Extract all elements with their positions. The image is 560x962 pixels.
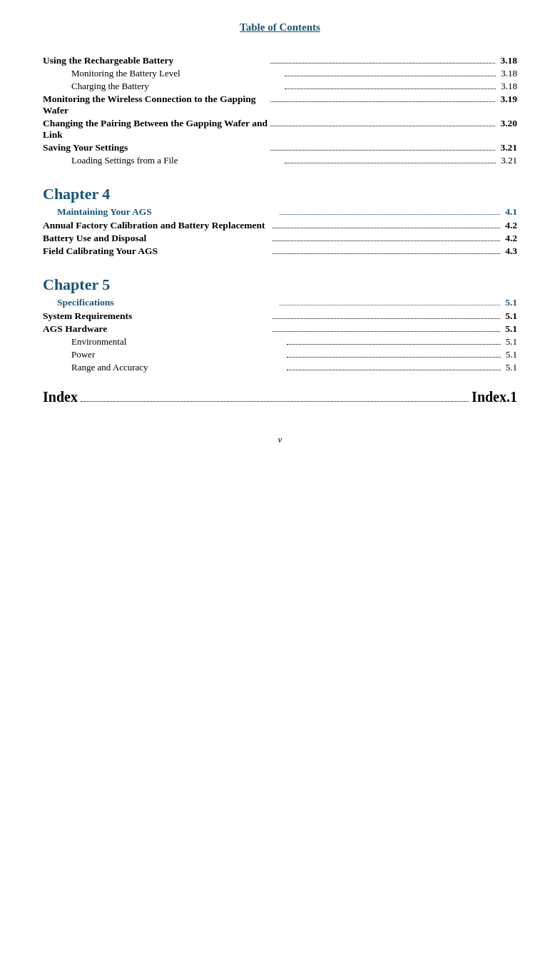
toc-entry-text: Annual Factory Calibration and Battery R… (43, 220, 270, 231)
toc-entry-range-accuracy: Range and Accuracy 5.1 (43, 362, 517, 373)
toc-dots (285, 163, 496, 163)
toc-entry-ags-hardware: AGS Hardware 5.1 (43, 323, 517, 335)
index-dots (81, 401, 469, 402)
toc-entry-page: 5.1 (503, 349, 517, 360)
toc-entry-page: 3.18 (498, 68, 517, 79)
toc-entry-page: 3.21 (498, 155, 517, 166)
page-footer: v (43, 434, 517, 445)
toc-entry-power: Power 5.1 (43, 349, 517, 360)
toc-dots (285, 88, 496, 89)
chapter4-heading: Chapter 4 (43, 185, 517, 203)
toc-dots (270, 63, 496, 64)
section-heading-text: Specifications (57, 297, 278, 308)
section-heading-page: 4.1 (502, 206, 517, 218)
toc-entry-text: Loading Settings from a File (71, 155, 282, 166)
section-heading-dots (280, 305, 500, 305)
toc-dots (273, 228, 500, 228)
toc-entry-changing-pairing: Changing the Pairing Between the Gapping… (43, 118, 517, 141)
toc-entry-page: 4.2 (502, 233, 517, 244)
toc-dots (285, 76, 496, 76)
toc-entry-text: Field Calibrating Your AGS (43, 245, 270, 257)
toc-entry-text: Environmental (71, 336, 285, 348)
toc-entry-page: 5.1 (502, 323, 517, 335)
toc-dots (270, 101, 496, 102)
toc-dots (273, 241, 500, 241)
toc-entry-charging-battery: Charging the Battery 3.18 (43, 81, 517, 92)
toc-entry-system-requirements: System Requirements 5.1 (43, 310, 517, 322)
toc-entry-page: 3.18 (497, 55, 517, 66)
toc-entry-loading-settings: Loading Settings from a File 3.21 (43, 155, 517, 166)
toc-entry-text: Power (71, 349, 285, 360)
toc-entry-text: Monitoring the Battery Level (71, 68, 282, 79)
toc-dots (273, 318, 500, 319)
section-heading-dots (280, 214, 500, 215)
toc-entry-text: Battery Use and Disposal (43, 233, 270, 244)
page-title: Table of Contents (43, 21, 517, 34)
toc-entry-battery-disposal: Battery Use and Disposal 4.2 (43, 233, 517, 244)
toc-dots (273, 331, 500, 332)
toc-entry-text: Range and Accuracy (71, 362, 285, 373)
toc-entry-rechargeable-battery: Using the Rechargeable Battery 3.18 (43, 55, 517, 66)
index-entry-page: Index.1 (472, 389, 517, 405)
toc-entry-monitoring-battery-level: Monitoring the Battery Level 3.18 (43, 68, 517, 79)
toc-entry-text: Monitoring the Wireless Connection to th… (43, 93, 268, 116)
toc-entry-saving-settings: Saving Your Settings 3.21 (43, 142, 517, 153)
chapter5-section: Specifications 5.1 (43, 297, 517, 308)
toc-dots (270, 126, 496, 126)
toc-dots (287, 370, 500, 370)
chapter5-heading: Chapter 5 (43, 275, 517, 294)
toc-entry-page: 3.21 (497, 142, 517, 153)
toc-entry-page: 3.19 (497, 93, 517, 105)
toc-dots (270, 150, 496, 151)
toc-entry-page: 5.1 (502, 310, 517, 322)
section-heading-page: 5.1 (502, 297, 517, 308)
toc-entry-page: 5.1 (503, 362, 517, 373)
toc-entry-page: 3.18 (498, 81, 517, 92)
toc-entry-page: 4.3 (502, 245, 517, 257)
toc-entry-text: Charging the Battery (71, 81, 282, 92)
toc-entry-text: Changing the Pairing Between the Gapping… (43, 118, 268, 141)
toc-entry-environmental: Environmental 5.1 (43, 336, 517, 348)
index-entry-text: Index (43, 389, 78, 405)
toc-entry-field-calibrating: Field Calibrating Your AGS 4.3 (43, 245, 517, 257)
toc-entry-page: 5.1 (503, 336, 517, 348)
section-heading-text: Maintaining Your AGS (57, 206, 278, 218)
chapter4-section: Maintaining Your AGS 4.1 (43, 206, 517, 218)
index-entry: Index Index.1 (43, 389, 517, 405)
toc-entry-page: 3.20 (497, 118, 517, 129)
toc-entry-annual-calibration: Annual Factory Calibration and Battery R… (43, 220, 517, 231)
toc-entry-text: Using the Rechargeable Battery (43, 55, 268, 66)
toc-dots (287, 357, 500, 358)
toc-entry-text: AGS Hardware (43, 323, 270, 335)
toc-dots (287, 344, 500, 345)
toc-dots (273, 253, 500, 254)
toc-entry-wireless-connection: Monitoring the Wireless Connection to th… (43, 93, 517, 116)
toc-entry-text: Saving Your Settings (43, 142, 268, 153)
toc-entry-page: 4.2 (502, 220, 517, 231)
toc-entry-text: System Requirements (43, 310, 270, 322)
table-of-contents: Table of Contents Using the Rechargeable… (43, 21, 517, 405)
